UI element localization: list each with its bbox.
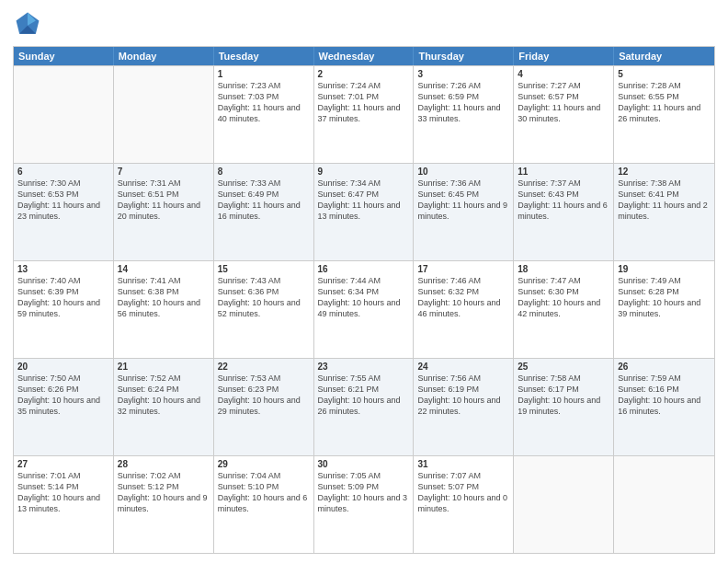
day-number: 11 (518, 167, 609, 177)
day-cell-8: 8Sunrise: 7:33 AMSunset: 6:49 PMDaylight… (214, 164, 314, 260)
day-number: 2 (318, 69, 410, 79)
sunset-line: Sunset: 6:49 PM (218, 189, 310, 200)
sunrise-line: Sunrise: 7:02 AM (118, 470, 210, 481)
day-cell-12: 12Sunrise: 7:38 AMSunset: 6:41 PMDayligh… (614, 164, 714, 260)
sunrise-line: Sunrise: 7:56 AM (417, 373, 509, 384)
sunset-line: Sunset: 6:16 PM (618, 384, 711, 395)
daylight-line: Daylight: 11 hours and 37 minutes. (318, 102, 410, 124)
daylight-line: Daylight: 10 hours and 35 minutes. (17, 395, 109, 417)
day-number: 13 (17, 264, 109, 274)
daylight-line: Daylight: 11 hours and 13 minutes. (318, 200, 410, 222)
daylight-line: Daylight: 11 hours and 9 minutes. (417, 200, 509, 222)
week-row-5: 27Sunrise: 7:01 AMSunset: 5:14 PMDayligh… (14, 455, 714, 553)
sunset-line: Sunset: 6:34 PM (318, 286, 410, 297)
sunrise-line: Sunrise: 7:50 AM (17, 373, 109, 384)
sunset-line: Sunset: 5:07 PM (417, 481, 509, 492)
calendar: SundayMondayTuesdayWednesdayThursdayFrid… (13, 46, 715, 554)
day-number: 22 (218, 362, 310, 372)
sunrise-line: Sunrise: 7:59 AM (618, 373, 711, 384)
daylight-line: Daylight: 10 hours and 6 minutes. (218, 492, 310, 514)
sunrise-line: Sunrise: 7:04 AM (218, 470, 310, 481)
sunset-line: Sunset: 6:45 PM (417, 189, 509, 200)
daylight-line: Daylight: 10 hours and 22 minutes. (417, 395, 509, 417)
day-number: 8 (218, 167, 310, 177)
day-cell-27: 27Sunrise: 7:01 AMSunset: 5:14 PMDayligh… (14, 456, 114, 553)
day-cell-31: 31Sunrise: 7:07 AMSunset: 5:07 PMDayligh… (414, 456, 514, 553)
daylight-line: Daylight: 10 hours and 29 minutes. (218, 395, 310, 417)
day-cell-5: 5Sunrise: 7:28 AMSunset: 6:55 PMDaylight… (614, 66, 714, 163)
daylight-line: Daylight: 11 hours and 30 minutes. (518, 102, 609, 124)
sunrise-line: Sunrise: 7:55 AM (318, 373, 410, 384)
sunrise-line: Sunrise: 7:53 AM (218, 373, 310, 384)
day-cell-15: 15Sunrise: 7:43 AMSunset: 6:36 PMDayligh… (214, 261, 314, 358)
sunset-line: Sunset: 6:23 PM (218, 384, 310, 395)
sunset-line: Sunset: 6:26 PM (17, 384, 109, 395)
day-cell-17: 17Sunrise: 7:46 AMSunset: 6:32 PMDayligh… (414, 261, 514, 358)
sunrise-line: Sunrise: 7:47 AM (518, 275, 609, 286)
sunrise-line: Sunrise: 7:33 AM (218, 178, 310, 189)
day-number: 27 (17, 459, 109, 469)
day-number: 30 (318, 459, 410, 469)
daylight-line: Daylight: 11 hours and 20 minutes. (118, 200, 210, 222)
daylight-line: Daylight: 10 hours and 3 minutes. (318, 492, 410, 514)
day-cell-29: 29Sunrise: 7:04 AMSunset: 5:10 PMDayligh… (214, 456, 314, 553)
day-cell-26: 26Sunrise: 7:59 AMSunset: 6:16 PMDayligh… (614, 359, 714, 455)
day-cell-3: 3Sunrise: 7:26 AMSunset: 6:59 PMDaylight… (414, 66, 514, 163)
day-number: 7 (118, 167, 210, 177)
daylight-line: Daylight: 10 hours and 9 minutes. (118, 492, 210, 514)
sunrise-line: Sunrise: 7:07 AM (417, 470, 509, 481)
daylight-line: Daylight: 10 hours and 46 minutes. (417, 297, 509, 319)
daylight-line: Daylight: 10 hours and 0 minutes. (417, 492, 509, 514)
daylight-line: Daylight: 11 hours and 16 minutes. (218, 200, 310, 222)
sunrise-line: Sunrise: 7:38 AM (618, 178, 711, 189)
day-number: 9 (318, 167, 410, 177)
empty-cell (514, 456, 614, 553)
week-row-2: 6Sunrise: 7:30 AMSunset: 6:53 PMDaylight… (14, 163, 714, 260)
day-number: 1 (218, 69, 310, 79)
sunrise-line: Sunrise: 7:30 AM (17, 178, 109, 189)
header-day-saturday: Saturday (614, 47, 714, 65)
sunset-line: Sunset: 6:41 PM (618, 189, 711, 200)
sunrise-line: Sunrise: 7:31 AM (118, 178, 210, 189)
sunset-line: Sunset: 6:21 PM (318, 384, 410, 395)
week-row-4: 20Sunrise: 7:50 AMSunset: 6:26 PMDayligh… (14, 358, 714, 455)
day-cell-30: 30Sunrise: 7:05 AMSunset: 5:09 PMDayligh… (314, 456, 415, 553)
daylight-line: Daylight: 11 hours and 6 minutes. (518, 200, 609, 222)
daylight-line: Daylight: 11 hours and 2 minutes. (618, 200, 711, 222)
daylight-line: Daylight: 11 hours and 23 minutes. (17, 200, 109, 222)
sunrise-line: Sunrise: 7:46 AM (417, 275, 509, 286)
sunrise-line: Sunrise: 7:37 AM (518, 178, 609, 189)
sunrise-line: Sunrise: 7:41 AM (118, 275, 210, 286)
sunset-line: Sunset: 6:43 PM (518, 189, 609, 200)
day-cell-18: 18Sunrise: 7:47 AMSunset: 6:30 PMDayligh… (514, 261, 614, 358)
day-cell-25: 25Sunrise: 7:58 AMSunset: 6:17 PMDayligh… (514, 359, 614, 455)
daylight-line: Daylight: 10 hours and 16 minutes. (618, 395, 711, 417)
day-cell-4: 4Sunrise: 7:27 AMSunset: 6:57 PMDaylight… (514, 66, 614, 163)
day-cell-24: 24Sunrise: 7:56 AMSunset: 6:19 PMDayligh… (414, 359, 514, 455)
daylight-line: Daylight: 11 hours and 33 minutes. (417, 102, 509, 124)
day-number: 14 (118, 264, 210, 274)
day-number: 10 (417, 167, 509, 177)
sunset-line: Sunset: 5:12 PM (118, 481, 210, 492)
sunrise-line: Sunrise: 7:27 AM (518, 80, 609, 91)
day-cell-1: 1Sunrise: 7:23 AMSunset: 7:03 PMDaylight… (214, 66, 314, 163)
day-cell-10: 10Sunrise: 7:36 AMSunset: 6:45 PMDayligh… (414, 164, 514, 260)
day-number: 29 (218, 459, 310, 469)
daylight-line: Daylight: 11 hours and 40 minutes. (218, 102, 310, 124)
daylight-line: Daylight: 10 hours and 39 minutes. (618, 297, 711, 319)
sunset-line: Sunset: 6:59 PM (417, 91, 509, 102)
day-cell-9: 9Sunrise: 7:34 AMSunset: 6:47 PMDaylight… (314, 164, 415, 260)
day-number: 5 (618, 69, 711, 79)
day-cell-23: 23Sunrise: 7:55 AMSunset: 6:21 PMDayligh… (314, 359, 415, 455)
sunset-line: Sunset: 6:30 PM (518, 286, 609, 297)
day-number: 24 (417, 362, 509, 372)
sunset-line: Sunset: 6:38 PM (118, 286, 210, 297)
day-number: 15 (218, 264, 310, 274)
sunset-line: Sunset: 6:55 PM (618, 91, 711, 102)
daylight-line: Daylight: 11 hours and 26 minutes. (618, 102, 711, 124)
sunrise-line: Sunrise: 7:36 AM (417, 178, 509, 189)
day-cell-6: 6Sunrise: 7:30 AMSunset: 6:53 PMDaylight… (14, 164, 114, 260)
day-number: 23 (318, 362, 410, 372)
day-cell-14: 14Sunrise: 7:41 AMSunset: 6:38 PMDayligh… (114, 261, 214, 358)
sunset-line: Sunset: 6:19 PM (417, 384, 509, 395)
